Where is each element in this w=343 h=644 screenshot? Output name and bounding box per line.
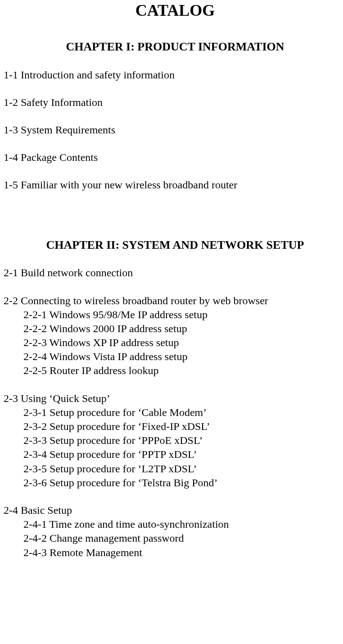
catalog-title: CATALOG <box>4 0 343 21</box>
chapter-1-heading: CHAPTER I: PRODUCT INFORMATION <box>4 39 343 55</box>
toc-entry-2-3: 2-3 Using ‘Quick Setup’ <box>4 392 343 406</box>
toc-entry-2-2-2: 2-2-2 Windows 2000 IP address setup <box>23 322 343 336</box>
toc-entry-2-3-1: 2-3-1 Setup procedure for ‘Cable Modem’ <box>23 406 343 420</box>
toc-group-2-2: 2-2 Connecting to wireless broadband rou… <box>4 294 343 378</box>
toc-entry-2-4-3: 2-4-3 Remote Management <box>23 546 343 560</box>
toc-entry-1-4: 1-4 Package Contents <box>4 151 343 164</box>
toc-entry-2-4: 2-4 Basic Setup <box>4 503 343 517</box>
toc-group-2-4: 2-4 Basic Setup 2-4-1 Time zone and time… <box>4 503 343 560</box>
toc-entry-2-3-3: 2-3-3 Setup procedure for ‘PPPoE xDSL’ <box>23 434 343 448</box>
toc-entry-2-2: 2-2 Connecting to wireless broadband rou… <box>4 294 343 308</box>
toc-entry-2-3-5: 2-3-5 Setup procedure for ‘L2TP xDSL’ <box>23 462 343 476</box>
toc-entry-2-1: 2-1 Build network connection <box>4 266 343 280</box>
toc-entry-2-2-4: 2-2-4 Windows Vista IP address setup <box>23 350 343 364</box>
toc-entry-2-4-1: 2-4-1 Time zone and time auto-synchroniz… <box>23 517 343 531</box>
toc-entry-2-3-2: 2-3-2 Setup procedure for ‘Fixed-IP xDSL… <box>23 420 343 434</box>
toc-entry-2-3-6: 2-3-6 Setup procedure for ‘Telstra Big P… <box>23 476 343 490</box>
toc-entry-1-2: 1-2 Safety Information <box>4 96 343 110</box>
toc-entry-1-5: 1-5 Familiar with your new wireless broa… <box>4 178 343 192</box>
toc-entry-2-2-3: 2-2-3 Windows XP IP address setup <box>23 336 343 350</box>
toc-entry-1-1: 1-1 Introduction and safety information <box>4 68 343 82</box>
toc-entry-2-2-1: 2-2-1 Windows 95/98/Me IP address setup <box>23 308 343 322</box>
toc-group-2-3: 2-3 Using ‘Quick Setup’ 2-3-1 Setup proc… <box>4 392 343 490</box>
toc-entry-2-3-4: 2-3-4 Setup procedure for ‘PPTP xDSL’ <box>23 448 343 461</box>
toc-entry-1-3: 1-3 System Requirements <box>4 123 343 137</box>
toc-entry-2-2-5: 2-2-5 Router IP address lookup <box>23 364 343 378</box>
toc-entry-2-4-2: 2-4-2 Change management password <box>23 531 343 545</box>
chapter-2-heading: CHAPTER II: SYSTEM AND NETWORK SETUP <box>4 238 343 253</box>
